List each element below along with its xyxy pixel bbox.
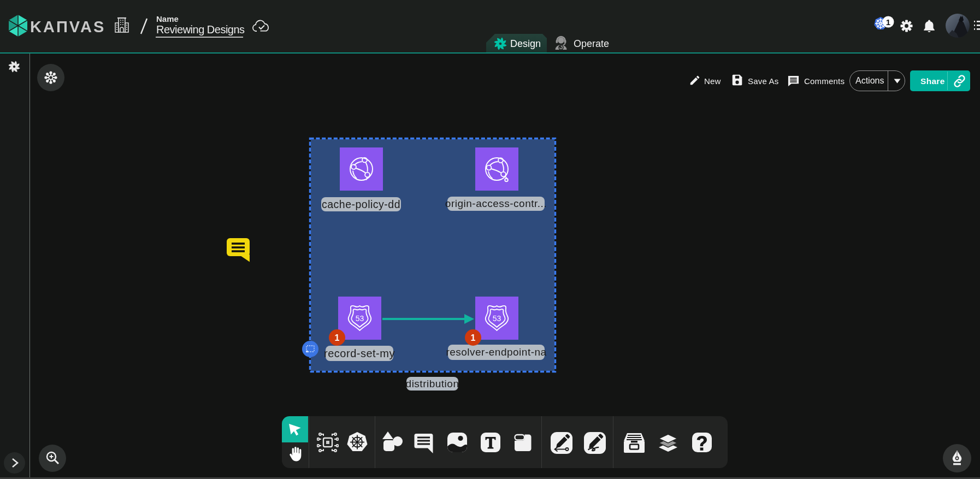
svg-text:1: 1 (471, 333, 476, 342)
svg-text:1: 1 (335, 333, 340, 342)
